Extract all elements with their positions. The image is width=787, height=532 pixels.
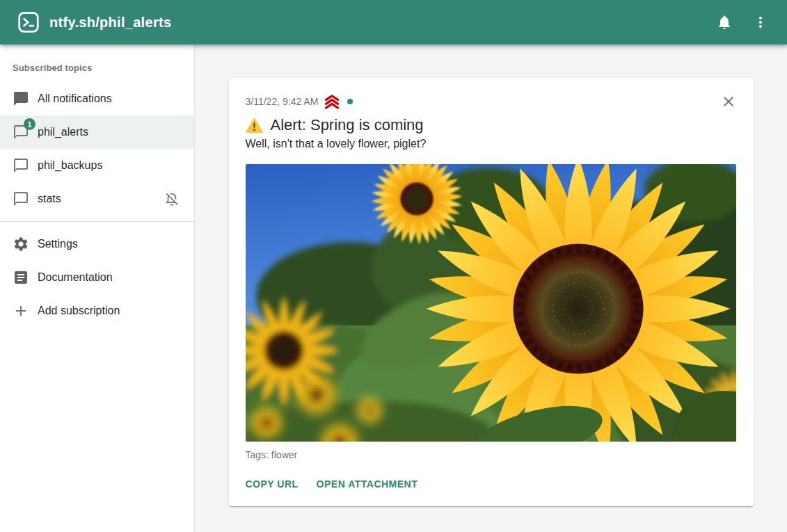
- notification-header: 3/11/22, 9:42 AM: [246, 93, 737, 110]
- sidebar-item-all-notifications[interactable]: All notifications: [0, 82, 194, 115]
- unread-count-badge: 1: [24, 118, 35, 130]
- sidebar-item-label: stats: [38, 193, 61, 205]
- app-bar: ntfy.sh/phil_alerts: [0, 0, 787, 45]
- notification-title: Alert: Spring is coming: [271, 116, 424, 134]
- copy-url-button[interactable]: COPY URL: [246, 478, 299, 490]
- sidebar-item-label: Documentation: [38, 271, 113, 284]
- chat-bubble-filled-icon: [13, 90, 29, 107]
- sidebar-item-settings[interactable]: Settings: [0, 227, 194, 261]
- notification-actions: COPY URL OPEN ATTACHMENT: [246, 478, 737, 490]
- warning-triangle-icon: [246, 118, 263, 134]
- app-title: ntfy.sh/phil_alerts: [49, 15, 171, 31]
- sidebar-item-label: phil_alerts: [38, 126, 88, 138]
- notification-tags: Tags: flower: [246, 449, 737, 460]
- sidebar-divider: [0, 221, 194, 222]
- sidebar-item-label: Add subscription: [38, 305, 120, 317]
- notification-timestamp: 3/11/22, 9:42 AM: [246, 96, 319, 107]
- attachment-image[interactable]: [246, 164, 736, 442]
- notifications-bell-button[interactable]: [716, 14, 733, 31]
- sidebar-item-add-subscription[interactable]: Add subscription: [0, 294, 194, 328]
- sidebar-item-phil-alerts[interactable]: 1 phil_alerts: [0, 115, 194, 149]
- unread-dot-icon: [347, 99, 353, 104]
- chat-bubble-outline-icon: [13, 157, 29, 174]
- chat-bubble-outline-icon: [13, 191, 29, 207]
- notifications-off-icon: [164, 191, 180, 207]
- bell-icon: [716, 14, 733, 31]
- plus-icon: [13, 303, 29, 319]
- close-notification-button[interactable]: [720, 93, 737, 110]
- priority-max-icon: [323, 95, 341, 109]
- kebab-menu-icon: [752, 14, 769, 31]
- chat-bubble-outline-icon: 1: [13, 124, 29, 140]
- terminal-prompt-icon: [18, 12, 39, 33]
- close-icon: [720, 93, 737, 110]
- overflow-menu-button[interactable]: [752, 14, 769, 31]
- sidebar-item-label: All notifications: [38, 92, 112, 105]
- main-content: 3/11/22, 9:42 AM: [195, 45, 787, 532]
- notification-card: 3/11/22, 9:42 AM: [229, 78, 754, 506]
- sidebar: Subscribed topics All notifications 1 ph…: [0, 45, 195, 532]
- open-attachment-button[interactable]: OPEN ATTACHMENT: [317, 478, 418, 490]
- notification-title-row: Alert: Spring is coming: [246, 116, 737, 134]
- sidebar-item-stats[interactable]: stats: [0, 182, 194, 216]
- subscribed-topics-label: Subscribed topics: [0, 45, 194, 82]
- gear-icon: [13, 236, 29, 252]
- article-icon: [13, 269, 29, 286]
- notification-body: Well, isn't that a lovely flower, piglet…: [246, 138, 737, 150]
- sidebar-item-documentation[interactable]: Documentation: [0, 261, 194, 294]
- sidebar-item-phil-backups[interactable]: phil_backups: [0, 149, 194, 182]
- sidebar-item-label: Settings: [38, 238, 78, 250]
- sidebar-item-label: phil_backups: [38, 159, 102, 172]
